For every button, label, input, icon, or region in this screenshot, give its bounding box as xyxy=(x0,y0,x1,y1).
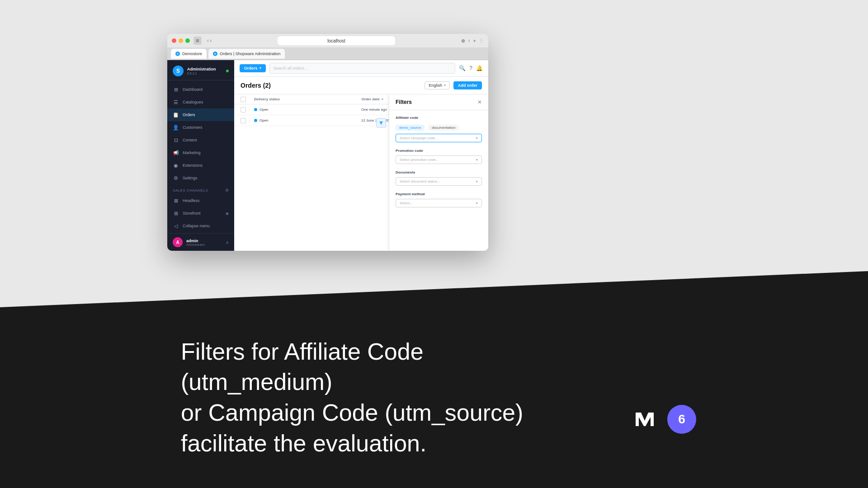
sort-icon: ▾ xyxy=(382,98,383,101)
search-icon[interactable]: 🔍 xyxy=(459,65,466,71)
header-checkbox-col xyxy=(241,97,250,102)
header-delivery-status: Delivery status xyxy=(254,94,361,104)
marketing-icon: 📢 xyxy=(173,150,179,156)
collapse-icon: ◁ xyxy=(173,223,179,229)
bottom-text-area: Filters for Affiliate Code (utm_medium) … xyxy=(0,271,868,488)
nav-arrows: ‹ › xyxy=(207,38,212,44)
affiliate-tag-demo-source[interactable]: demo_source xyxy=(396,125,425,131)
filter-header: Filters ✕ xyxy=(389,94,488,110)
settings-icon: ⚙ xyxy=(173,175,179,181)
payment-method-chevron-icon: ▾ xyxy=(476,202,478,205)
sidebar-footer: A admin Administrator ∧ xyxy=(167,233,234,251)
tab-bar: S Demostore S Orders | Shopware Administ… xyxy=(167,47,488,60)
demostore-tab[interactable]: S Demostore xyxy=(171,49,207,59)
customers-icon: 👤 xyxy=(173,124,179,131)
sidebar-item-collapse[interactable]: ◁ Collapse menu xyxy=(167,220,234,232)
sidebar-item-marketing[interactable]: 📢 Marketing xyxy=(167,146,234,159)
sidebar-item-settings[interactable]: ⚙ Settings xyxy=(167,172,234,184)
promotion-code-chevron-icon: ▾ xyxy=(476,158,478,162)
filter-funnel-icon[interactable] xyxy=(376,118,386,128)
document-status-select[interactable]: Select document status... ▾ xyxy=(396,177,482,186)
documents-label: Documents xyxy=(396,170,482,174)
promotion-code-label: Promotion code xyxy=(396,149,482,153)
sidebar-item-orders[interactable]: 📋 Orders xyxy=(167,108,234,121)
document-status-chevron-icon: ▾ xyxy=(476,180,478,183)
headless-icon: ⊠ xyxy=(173,197,179,204)
status-badge-1: Open xyxy=(254,108,269,112)
sidebar-item-content[interactable]: ⊡ Content xyxy=(167,134,234,146)
logo-icon: S xyxy=(173,66,184,76)
storefront-visibility-icon: ◉ xyxy=(226,211,229,216)
affiliate-code-section: Affiliate code demo_source documentation xyxy=(396,116,482,142)
bottom-line3: facilitate the evaluation. xyxy=(181,428,552,459)
dashboard-icon: ⊞ xyxy=(173,86,179,93)
catalogues-icon: ☰ xyxy=(173,99,179,105)
traffic-lights xyxy=(172,38,190,43)
select-all-checkbox[interactable] xyxy=(241,97,246,102)
promotion-code-select[interactable]: Select promotion code... ▾ xyxy=(396,155,482,164)
orders-tab-button[interactable]: Orders ▾ xyxy=(240,64,266,72)
sales-channels-settings-icon[interactable]: ⚙ xyxy=(225,188,229,192)
filter-close-button[interactable]: ✕ xyxy=(477,99,482,105)
app-layout: S Administration 6.5.2.1 ⊞ Dashboard ☰ C… xyxy=(167,60,488,251)
logo-text: Administration xyxy=(187,67,216,72)
campaign-code-chevron-icon: ▾ xyxy=(476,136,478,140)
bell-icon[interactable]: 🔔 xyxy=(476,65,483,71)
status-dot-2 xyxy=(254,119,257,122)
orders-tab[interactable]: S Orders | Shopware Administration xyxy=(208,49,285,59)
browser-window: ⊞ ‹ › localhost ⊕ ↑ + ⋮ S Demostore S Or… xyxy=(167,34,488,251)
sidebar: S Administration 6.5.2.1 ⊞ Dashboard ☰ C… xyxy=(167,60,234,251)
back-arrow[interactable]: ‹ xyxy=(207,38,209,44)
forward-arrow[interactable]: › xyxy=(210,38,212,44)
demostore-favicon: S xyxy=(175,52,180,56)
campaign-code-select[interactable]: Select campaign code... ▾ xyxy=(396,134,482,142)
share-icon[interactable]: ↑ xyxy=(468,38,471,43)
sidebar-item-customers[interactable]: 👤 Customers xyxy=(167,121,234,134)
row2-checkbox-col xyxy=(241,118,250,123)
user-details: admin Administrator xyxy=(186,239,222,246)
help-icon[interactable]: ? xyxy=(469,65,472,71)
new-tab-icon[interactable]: + xyxy=(473,38,476,43)
row2-delivery-status: Open xyxy=(254,115,361,126)
user-name: admin xyxy=(186,239,222,243)
browser-right-icons: ⊕ ↑ + ⋮ xyxy=(461,38,484,44)
documents-section: Documents Select document status... ▾ xyxy=(396,170,482,186)
user-info[interactable]: A admin Administrator ∧ xyxy=(173,237,229,247)
orders-favicon: S xyxy=(213,52,217,56)
bottom-logos: 6 xyxy=(631,405,696,434)
bottom-line2: or Campaign Code (utm_source) xyxy=(181,398,552,428)
row1-checkbox[interactable] xyxy=(241,107,246,113)
language-select[interactable]: English ▾ xyxy=(425,81,450,89)
toolbar-icons: 🔍 ? 🔔 xyxy=(459,65,483,71)
close-button[interactable] xyxy=(172,38,176,43)
sidebar-item-storefront[interactable]: ⊞ Storefront ◉ xyxy=(167,207,234,220)
address-bar[interactable]: localhost xyxy=(278,36,395,45)
page-header: Orders (2) English ▾ Add order xyxy=(234,77,488,94)
sidebar-item-dashboard[interactable]: ⊞ Dashboard xyxy=(167,83,234,96)
orders-tab-chevron-icon: ▾ xyxy=(259,66,261,70)
logo-version: 6.5.2.1 xyxy=(187,72,216,75)
search-bar[interactable]: Search all orders... xyxy=(269,63,456,74)
add-order-button[interactable]: Add order xyxy=(453,81,482,89)
status-badge-2: Open xyxy=(254,118,269,122)
page-controls: English ▾ Add order xyxy=(425,81,482,89)
payment-method-section: Payment method Select... ▾ xyxy=(396,192,482,207)
view-toggle[interactable]: ⊞ xyxy=(193,37,202,45)
content-icon: ⊡ xyxy=(173,137,179,143)
affiliate-tag-documentation[interactable]: documentation xyxy=(428,125,459,131)
grid-icon[interactable]: ⋮ xyxy=(479,38,484,44)
sidebar-item-headless[interactable]: ⊠ Headless xyxy=(167,194,234,207)
sidebar-item-extensions[interactable]: ◉ Extensions xyxy=(167,159,234,172)
filter-body: Affiliate code demo_source documentation xyxy=(389,110,488,251)
payment-method-label: Payment method xyxy=(396,192,482,196)
bookmark-icon[interactable]: ⊕ xyxy=(461,38,465,44)
maximize-button[interactable] xyxy=(185,38,190,43)
top-toolbar: Orders ▾ Search all orders... 🔍 ? 🔔 xyxy=(234,60,488,77)
sidebar-item-catalogues[interactable]: ☰ Catalogues xyxy=(167,96,234,108)
minimize-button[interactable] xyxy=(179,38,183,43)
payment-method-select[interactable]: Select... ▾ xyxy=(396,199,482,207)
user-chevron-icon: ∧ xyxy=(226,240,229,245)
promotion-code-section: Promotion code Select promotion code... … xyxy=(396,149,482,164)
sidebar-nav: ⊞ Dashboard ☰ Catalogues 📋 Orders 👤 Cust… xyxy=(167,80,234,233)
row2-checkbox[interactable] xyxy=(241,118,246,123)
